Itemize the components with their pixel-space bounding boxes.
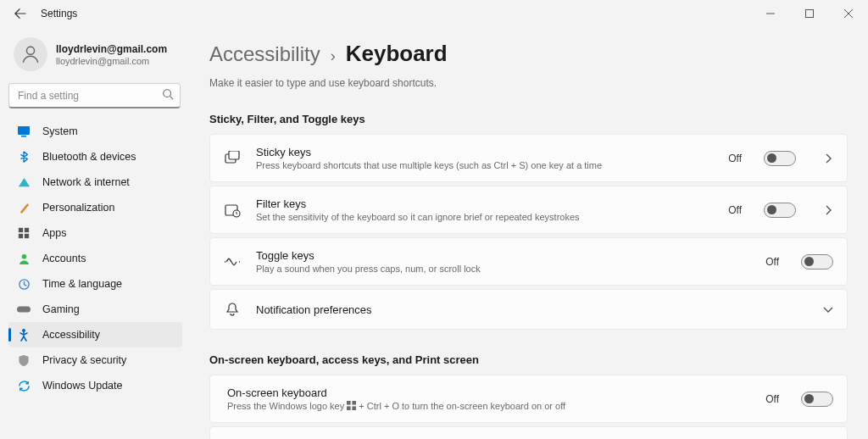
sticky-keys-icon <box>224 150 241 167</box>
filter-keys-title: Filter keys <box>256 197 713 210</box>
bell-icon <box>224 301 241 318</box>
shield-icon <box>17 353 31 367</box>
nav-label: Personalization <box>42 202 114 214</box>
svg-rect-4 <box>21 136 26 137</box>
sticky-keys-toggle[interactable] <box>764 151 796 166</box>
close-button[interactable] <box>829 0 868 27</box>
filter-keys-row[interactable]: Filter keysSet the sensitivity of the ke… <box>209 186 848 234</box>
windows-logo-icon <box>347 401 356 410</box>
svg-rect-14 <box>229 151 239 159</box>
nav-apps[interactable]: Apps <box>8 220 182 246</box>
svg-rect-6 <box>25 228 29 232</box>
accessibility-icon <box>17 328 31 342</box>
svg-rect-19 <box>347 406 351 410</box>
wifi-icon <box>17 175 31 189</box>
window-controls <box>751 0 868 27</box>
toggle-keys-desc: Play a sound when you press caps, num, o… <box>256 264 750 274</box>
osk-state: Off <box>765 393 779 405</box>
nav-accounts[interactable]: Accounts <box>8 246 182 271</box>
titlebar: Settings <box>0 0 868 27</box>
svg-rect-17 <box>347 401 351 405</box>
chevron-right-icon <box>823 153 833 164</box>
nav-gaming[interactable]: Gaming <box>8 297 182 322</box>
toggle-keys-toggle[interactable] <box>801 254 833 270</box>
notification-preferences-expand[interactable] <box>823 304 833 314</box>
svg-rect-0 <box>806 10 814 18</box>
toggle-keys-title: Toggle keys <box>256 249 750 262</box>
nav-system[interactable]: System <box>8 119 182 144</box>
maximize-button[interactable] <box>790 0 829 27</box>
nav-label: Privacy & security <box>42 354 126 366</box>
nav-label: Bluetooth & devices <box>42 151 136 163</box>
notification-preferences-row[interactable]: Notification preferences <box>209 289 848 330</box>
nav-label: System <box>42 125 78 137</box>
nav-label: Apps <box>42 227 67 239</box>
breadcrumb: Accessibility › Keyboard <box>209 41 848 67</box>
chevron-down-icon <box>823 304 833 314</box>
nav-windows-update[interactable]: Windows Update <box>8 373 182 398</box>
content-area[interactable]: Accessibility › Keyboard Make it easier … <box>189 27 868 439</box>
toggle-keys-state: Off <box>765 256 779 268</box>
avatar <box>14 37 47 71</box>
nav-label: Time & language <box>42 278 122 290</box>
person-icon <box>17 252 31 265</box>
sticky-keys-title: Sticky keys <box>256 146 713 158</box>
filter-keys-state: Off <box>728 204 742 216</box>
sticky-keys-desc: Press keyboard shortcuts that use multip… <box>256 160 713 170</box>
apps-icon <box>17 226 31 240</box>
section-sticky-title: Sticky, Filter, and Toggle keys <box>209 113 848 125</box>
search-input[interactable] <box>8 83 181 108</box>
osk-title: On-screen keyboard <box>227 386 750 399</box>
sticky-keys-state: Off <box>728 153 742 164</box>
svg-rect-11 <box>17 306 31 312</box>
nav-label: Accessibility <box>42 329 100 341</box>
back-button[interactable] <box>12 5 29 22</box>
sticky-keys-row[interactable]: Sticky keysPress keyboard shortcuts that… <box>209 134 848 182</box>
breadcrumb-sep: › <box>331 47 336 65</box>
sticky-keys-expand[interactable] <box>823 153 833 164</box>
monitor-icon <box>17 125 31 138</box>
osk-desc: Press the Windows logo key + Ctrl + O to… <box>227 401 750 411</box>
window-title: Settings <box>41 8 77 19</box>
notification-preferences-title: Notification preferences <box>256 303 796 316</box>
account-email: lloydrlevin@gmail.com <box>56 56 167 66</box>
osk-toggle[interactable] <box>801 392 833 407</box>
filter-keys-expand[interactable] <box>823 205 833 215</box>
osk-row[interactable]: On-screen keyboard Press the Windows log… <box>209 375 848 423</box>
nav-time-language[interactable]: Time & language <box>8 271 182 297</box>
account-block[interactable]: lloydrlevin@gmail.com lloydrlevin@gmail.… <box>8 34 182 83</box>
nav-personalization[interactable]: Personalization <box>8 195 182 220</box>
filter-keys-toggle[interactable] <box>764 203 796 218</box>
page-description: Make it easier to type and use keyboard … <box>209 77 848 89</box>
toggle-keys-row[interactable]: Toggle keysPlay a sound when you press c… <box>209 237 848 286</box>
svg-rect-5 <box>19 228 23 232</box>
paintbrush-icon <box>17 201 31 214</box>
svg-point-1 <box>26 47 34 54</box>
bluetooth-icon <box>17 150 31 164</box>
nav-accessibility[interactable]: Accessibility <box>8 322 182 347</box>
breadcrumb-parent[interactable]: Accessibility <box>209 42 320 66</box>
svg-rect-8 <box>25 234 29 238</box>
nav-list: System Bluetooth & devices Network & int… <box>8 119 182 398</box>
svg-rect-3 <box>18 126 30 135</box>
svg-point-9 <box>21 253 26 258</box>
filter-keys-icon <box>224 202 241 219</box>
filter-keys-desc: Set the sensitivity of the keyboard so i… <box>256 212 713 222</box>
page-title: Keyboard <box>346 41 448 67</box>
sidebar: lloydrlevin@gmail.com lloydrlevin@gmail.… <box>0 27 189 439</box>
nav-label: Gaming <box>42 303 80 315</box>
nav-label: Accounts <box>42 253 86 264</box>
section-osk-title: On-screen keyboard, access keys, and Pri… <box>209 353 848 366</box>
gamepad-icon <box>17 303 31 316</box>
nav-privacy[interactable]: Privacy & security <box>8 347 182 373</box>
nav-network[interactable]: Network & internet <box>8 169 182 195</box>
nav-label: Windows Update <box>42 380 123 392</box>
nav-bluetooth[interactable]: Bluetooth & devices <box>8 144 182 169</box>
globe-clock-icon <box>17 277 31 291</box>
update-icon <box>17 379 31 392</box>
person-icon <box>19 43 42 65</box>
account-name: lloydrlevin@gmail.com <box>56 43 167 55</box>
underline-access-keys-row[interactable]: Underline access keysAccess keys will be… <box>209 426 848 439</box>
minimize-button[interactable] <box>751 0 790 27</box>
svg-rect-7 <box>19 234 23 238</box>
